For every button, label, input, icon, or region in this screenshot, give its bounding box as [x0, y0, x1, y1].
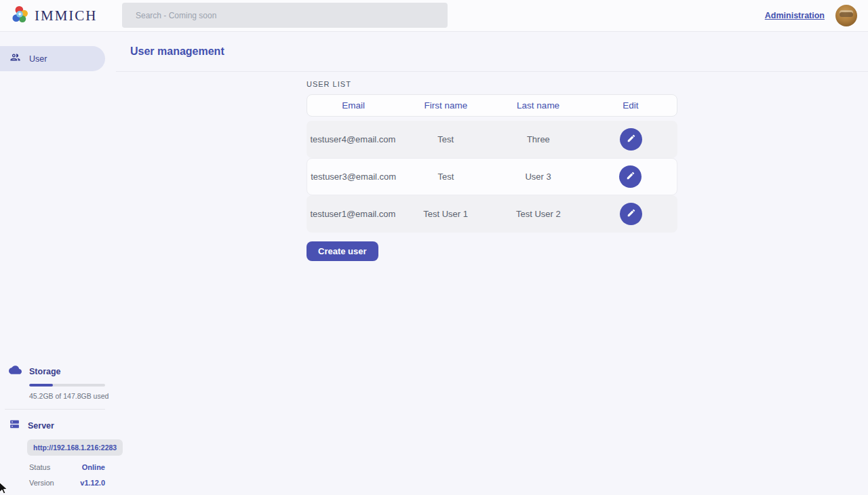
edit-user-button[interactable]: [620, 128, 642, 151]
server-icon: [9, 418, 20, 433]
table-row: testuser4@email.com Test Three: [307, 121, 677, 158]
storage-progress-bar: [29, 384, 105, 387]
page-title: User management: [130, 45, 224, 58]
logo-text: IMMICH: [35, 7, 98, 24]
sidebar-status-panel: Storage 45.2GB of 147.8GB used Server ht…: [0, 363, 116, 487]
storage-title: Storage: [29, 367, 61, 376]
column-header-email: Email: [307, 100, 399, 111]
cell-first-name: Test User 1: [399, 209, 492, 219]
user-table: Email First name Last name Edit testuser…: [307, 94, 677, 233]
users-group-icon: [9, 52, 21, 66]
storage-usage-text: 45.2GB of 147.8GB used: [29, 392, 116, 400]
edit-user-button[interactable]: [620, 203, 642, 225]
edit-user-button[interactable]: [619, 165, 642, 188]
column-header-edit: Edit: [585, 100, 677, 111]
pencil-icon: [627, 208, 636, 220]
cell-first-name: Test: [399, 172, 492, 182]
pencil-icon: [627, 134, 636, 145]
user-avatar[interactable]: [835, 5, 857, 26]
administration-link[interactable]: Administration: [765, 11, 825, 20]
cell-email: testuser3@email.com: [307, 172, 399, 182]
server-version-row: Version v1.12.0: [29, 479, 105, 487]
column-header-first-name: First name: [399, 100, 492, 111]
table-header-row: Email First name Last name Edit: [307, 94, 677, 117]
content: USER LIST Email First name Last name Edi…: [116, 72, 868, 261]
cell-last-name: Test User 2: [492, 209, 585, 219]
status-value: Online: [82, 463, 105, 471]
version-value: v1.12.0: [80, 479, 105, 487]
create-user-button[interactable]: Create user: [307, 241, 378, 261]
search-input[interactable]: [122, 3, 448, 28]
cell-email: testuser4@email.com: [307, 134, 399, 144]
sidebar: User Storage 45.2GB of 147.8GB used Serv…: [0, 32, 116, 495]
sidebar-item-label: User: [29, 54, 47, 64]
svg-text:✦: ✦: [17, 11, 22, 18]
cell-last-name: Three: [492, 134, 585, 144]
status-label: Status: [29, 463, 50, 471]
sidebar-divider: [5, 409, 105, 410]
storage-section-header: Storage: [0, 363, 116, 379]
server-section-header: Server: [0, 418, 116, 433]
column-header-last-name: Last name: [492, 100, 585, 111]
cell-first-name: Test: [399, 134, 492, 144]
cell-email: testuser1@email.com: [307, 209, 399, 219]
version-label: Version: [29, 479, 54, 487]
user-list-label: USER LIST: [307, 80, 868, 88]
sidebar-item-user[interactable]: User: [0, 46, 105, 71]
cell-last-name: User 3: [492, 172, 585, 182]
server-title: Server: [28, 421, 54, 431]
main-area: User management USER LIST Email First na…: [116, 32, 868, 495]
immich-flower-icon: ✦: [11, 5, 29, 26]
server-status-row: Status Online: [29, 463, 105, 471]
cloud-icon: [9, 363, 22, 379]
table-row: testuser3@email.com Test User 3: [307, 158, 677, 195]
storage-progress-fill: [29, 384, 53, 387]
app-logo[interactable]: ✦ IMMICH: [11, 5, 98, 26]
table-body: testuser4@email.com Test Three: [307, 121, 677, 233]
table-row: testuser1@email.com Test User 1 Test Use…: [307, 195, 677, 233]
pencil-icon: [626, 171, 635, 182]
top-bar: ✦ IMMICH Administration: [0, 0, 868, 32]
main-header: User management: [116, 32, 868, 72]
server-url-badge: http://192.168.1.216:2283: [27, 439, 123, 456]
